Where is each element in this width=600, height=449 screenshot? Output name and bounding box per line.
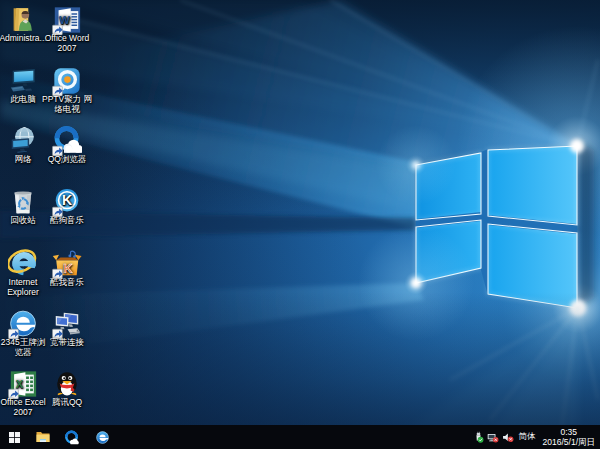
svg-text:X: X <box>16 378 24 390</box>
svg-text:K: K <box>63 261 73 276</box>
svg-text:K: K <box>62 192 73 208</box>
svg-text:W: W <box>59 14 70 26</box>
